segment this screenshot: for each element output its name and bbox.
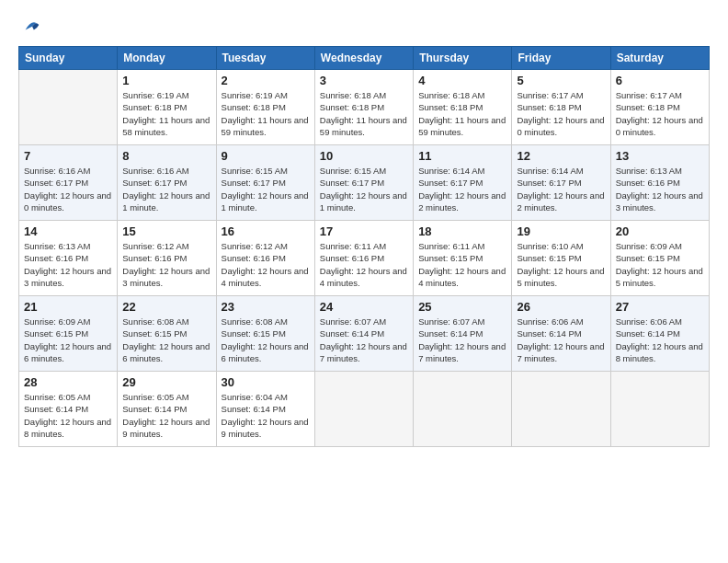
calendar-table: SundayMondayTuesdayWednesdayThursdayFrid… [18,46,710,447]
calendar-cell: 27Sunrise: 6:06 AMSunset: 6:14 PMDayligh… [610,296,709,372]
calendar-cell [314,372,413,447]
day-info: Sunrise: 6:14 AMSunset: 6:17 PMDaylight:… [418,165,506,213]
day-info: Sunrise: 6:15 AMSunset: 6:17 PMDaylight:… [320,165,408,213]
day-number: 6 [616,74,704,87]
calendar-cell: 8Sunrise: 6:16 AMSunset: 6:17 PMDaylight… [118,145,216,221]
calendar-cell: 2Sunrise: 6:19 AMSunset: 6:18 PMDaylight… [216,70,314,145]
page: SundayMondayTuesdayWednesdayThursdayFrid… [0,0,728,563]
calendar-cell: 17Sunrise: 6:11 AMSunset: 6:16 PMDayligh… [314,221,413,296]
day-info: Sunrise: 6:09 AMSunset: 6:15 PMDaylight:… [616,240,704,289]
day-info: Sunrise: 6:07 AMSunset: 6:14 PMDaylight:… [320,316,408,364]
day-number: 30 [222,375,310,389]
day-number: 22 [122,300,210,314]
day-info: Sunrise: 6:11 AMSunset: 6:16 PMDaylight:… [320,240,408,289]
day-number: 24 [320,300,408,314]
day-number: 7 [24,149,112,163]
day-info: Sunrise: 6:14 AMSunset: 6:17 PMDaylight:… [517,165,605,213]
day-number: 3 [320,74,408,87]
day-number: 8 [122,149,210,163]
calendar-cell: 28Sunrise: 6:05 AMSunset: 6:14 PMDayligh… [19,372,118,447]
day-info: Sunrise: 6:11 AMSunset: 6:15 PMDaylight:… [418,240,506,289]
day-number: 2 [222,74,310,87]
day-info: Sunrise: 6:04 AMSunset: 6:14 PMDaylight:… [222,391,310,440]
day-info: Sunrise: 6:08 AMSunset: 6:15 PMDaylight:… [222,316,310,364]
calendar-cell: 30Sunrise: 6:04 AMSunset: 6:14 PMDayligh… [216,372,314,447]
day-number: 11 [418,149,506,163]
weekday-header-tuesday: Tuesday [216,47,314,70]
day-number: 14 [24,224,112,238]
day-number: 23 [222,300,310,314]
day-info: Sunrise: 6:19 AMSunset: 6:18 PMDaylight:… [122,89,210,138]
weekday-header-wednesday: Wednesday [314,47,413,70]
calendar-cell: 10Sunrise: 6:15 AMSunset: 6:17 PMDayligh… [314,145,413,221]
day-info: Sunrise: 6:18 AMSunset: 6:18 PMDaylight:… [320,89,408,138]
weekday-header-saturday: Saturday [610,47,709,70]
calendar-cell [414,372,512,447]
weekday-header-friday: Friday [512,47,610,70]
day-number: 20 [616,224,704,238]
day-info: Sunrise: 6:06 AMSunset: 6:14 PMDaylight:… [616,316,704,364]
calendar-cell [610,372,709,447]
day-info: Sunrise: 6:08 AMSunset: 6:15 PMDaylight:… [122,316,210,364]
calendar-cell: 29Sunrise: 6:05 AMSunset: 6:14 PMDayligh… [118,372,216,447]
calendar-cell: 3Sunrise: 6:18 AMSunset: 6:18 PMDaylight… [314,70,413,145]
logo [18,15,42,35]
day-number: 17 [320,224,408,238]
day-number: 13 [616,149,704,163]
day-info: Sunrise: 6:16 AMSunset: 6:17 PMDaylight:… [24,165,112,213]
day-number: 16 [222,224,310,238]
day-number: 5 [517,74,605,87]
day-number: 15 [122,224,210,238]
calendar-cell: 24Sunrise: 6:07 AMSunset: 6:14 PMDayligh… [314,296,413,372]
calendar-week-row: 7Sunrise: 6:16 AMSunset: 6:17 PMDaylight… [19,145,710,221]
weekday-header-sunday: Sunday [19,47,118,70]
calendar-cell: 20Sunrise: 6:09 AMSunset: 6:15 PMDayligh… [610,221,709,296]
day-number: 18 [418,224,506,238]
calendar-cell: 23Sunrise: 6:08 AMSunset: 6:15 PMDayligh… [216,296,314,372]
day-info: Sunrise: 6:09 AMSunset: 6:15 PMDaylight:… [24,316,112,364]
header [18,15,710,35]
weekday-header-row: SundayMondayTuesdayWednesdayThursdayFrid… [19,47,710,70]
calendar-week-row: 1Sunrise: 6:19 AMSunset: 6:18 PMDaylight… [19,70,710,145]
calendar-cell: 1Sunrise: 6:19 AMSunset: 6:18 PMDaylight… [118,70,216,145]
calendar-cell: 6Sunrise: 6:17 AMSunset: 6:18 PMDaylight… [610,70,709,145]
day-number: 12 [517,149,605,163]
day-number: 1 [122,74,210,87]
calendar-cell: 22Sunrise: 6:08 AMSunset: 6:15 PMDayligh… [118,296,216,372]
day-info: Sunrise: 6:17 AMSunset: 6:18 PMDaylight:… [517,89,605,138]
calendar-cell [19,70,118,145]
calendar-week-row: 14Sunrise: 6:13 AMSunset: 6:16 PMDayligh… [19,221,710,296]
day-number: 10 [320,149,408,163]
day-info: Sunrise: 6:07 AMSunset: 6:14 PMDaylight:… [418,316,506,364]
calendar-cell: 14Sunrise: 6:13 AMSunset: 6:16 PMDayligh… [19,221,118,296]
day-number: 21 [24,300,112,314]
day-info: Sunrise: 6:05 AMSunset: 6:14 PMDaylight:… [24,391,112,440]
day-number: 27 [616,300,704,314]
calendar-cell: 7Sunrise: 6:16 AMSunset: 6:17 PMDaylight… [19,145,118,221]
calendar-cell: 21Sunrise: 6:09 AMSunset: 6:15 PMDayligh… [19,296,118,372]
calendar-cell: 15Sunrise: 6:12 AMSunset: 6:16 PMDayligh… [118,221,216,296]
day-info: Sunrise: 6:06 AMSunset: 6:14 PMDaylight:… [517,316,605,364]
day-info: Sunrise: 6:13 AMSunset: 6:16 PMDaylight:… [616,165,704,213]
calendar-cell: 5Sunrise: 6:17 AMSunset: 6:18 PMDaylight… [512,70,610,145]
day-number: 19 [517,224,605,238]
logo-icon [22,15,42,35]
day-number: 25 [418,300,506,314]
calendar-cell: 12Sunrise: 6:14 AMSunset: 6:17 PMDayligh… [512,145,610,221]
day-info: Sunrise: 6:16 AMSunset: 6:17 PMDaylight:… [122,165,210,213]
day-info: Sunrise: 6:10 AMSunset: 6:15 PMDaylight:… [517,240,605,289]
day-info: Sunrise: 6:13 AMSunset: 6:16 PMDaylight:… [24,240,112,289]
day-info: Sunrise: 6:12 AMSunset: 6:16 PMDaylight:… [122,240,210,289]
calendar-cell [512,372,610,447]
day-info: Sunrise: 6:15 AMSunset: 6:17 PMDaylight:… [222,165,310,213]
weekday-header-thursday: Thursday [414,47,512,70]
day-info: Sunrise: 6:17 AMSunset: 6:18 PMDaylight:… [616,89,704,138]
day-info: Sunrise: 6:18 AMSunset: 6:18 PMDaylight:… [418,89,506,138]
calendar-week-row: 28Sunrise: 6:05 AMSunset: 6:14 PMDayligh… [19,372,710,447]
weekday-header-monday: Monday [118,47,216,70]
day-number: 26 [517,300,605,314]
calendar-cell: 25Sunrise: 6:07 AMSunset: 6:14 PMDayligh… [414,296,512,372]
day-number: 4 [418,74,506,87]
day-info: Sunrise: 6:19 AMSunset: 6:18 PMDaylight:… [222,89,310,138]
calendar-cell: 4Sunrise: 6:18 AMSunset: 6:18 PMDaylight… [414,70,512,145]
